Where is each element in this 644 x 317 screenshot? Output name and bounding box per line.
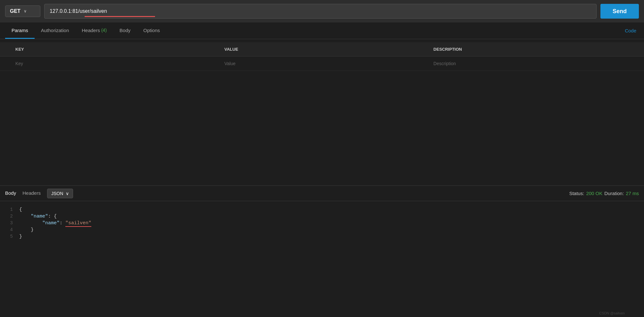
row-checkbox[interactable] <box>0 56 10 71</box>
params-table: KEY VALUE DESCRIPTION Key Value Descript… <box>0 42 644 71</box>
table-row: Key Value Description <box>0 56 644 71</box>
line-number-1: 1 <box>0 207 19 212</box>
url-underline-decoration <box>85 16 155 17</box>
code-line-5: 5 } <box>0 233 644 240</box>
value-col-header: VALUE <box>219 42 428 56</box>
response-tab-headers[interactable]: Headers <box>22 186 41 201</box>
line-content-1: { <box>19 207 22 212</box>
tab-authorization[interactable]: Authorization <box>35 22 76 39</box>
checkbox-col-header <box>0 42 10 56</box>
code-line-3: 3 "name": "sailven" <box>0 220 644 227</box>
status-value: 200 OK <box>586 191 602 196</box>
request-tabs-bar: Params Authorization Headers (4) Body Op… <box>0 22 644 39</box>
value-placeholder[interactable]: Value <box>219 56 428 71</box>
code-line-2: 2 "name": { <box>0 213 644 220</box>
tab-params[interactable]: Params <box>5 22 35 39</box>
line-content-5: } <box>19 234 22 239</box>
method-selector[interactable]: GET ∨ <box>5 5 40 17</box>
send-button[interactable]: Send <box>600 4 639 19</box>
line-number-4: 4 <box>0 227 19 232</box>
code-link[interactable]: Code <box>625 28 639 33</box>
code-line-4: 4 } <box>0 227 644 233</box>
format-selector[interactable]: JSON ∨ <box>47 189 73 198</box>
response-tab-body[interactable]: Body <box>5 186 16 201</box>
request-tabs-left: Params Authorization Headers (4) Body Op… <box>5 22 166 39</box>
code-area[interactable]: 1 { 2 "name": { 3 "name": "sailven" 4 } … <box>0 201 644 317</box>
url-bar: GET ∨ 127.0.0.1:81/user/sailven Send <box>0 0 644 22</box>
chevron-down-icon: ∨ <box>24 9 27 13</box>
tab-body[interactable]: Body <box>113 22 137 39</box>
url-display[interactable]: 127.0.0.1:81/user/sailven <box>44 4 597 19</box>
headers-badge: (4) <box>101 28 107 33</box>
format-label: JSON <box>51 191 63 196</box>
desc-col-header: DESCRIPTION <box>428 42 644 56</box>
watermark: CSDN @sailven <box>599 311 625 315</box>
line-number-5: 5 <box>0 234 19 239</box>
line-content-4: } <box>19 227 34 233</box>
url-wrapper: 127.0.0.1:81/user/sailven <box>44 4 597 19</box>
url-value: 127.0.0.1:81/user/sailven <box>50 8 107 14</box>
response-status: Status: 200 OK Duration: 27 ms <box>569 191 639 196</box>
line-content-3: "name": "sailven" <box>19 220 91 226</box>
method-label: GET <box>10 8 21 14</box>
line-number-3: 3 <box>0 220 19 226</box>
key-placeholder[interactable]: Key <box>10 56 219 71</box>
response-tabs-bar: Body Headers JSON ∨ Status: 200 OK Durat… <box>0 186 644 201</box>
table-header-row: KEY VALUE DESCRIPTION <box>0 42 644 56</box>
tab-options[interactable]: Options <box>137 22 166 39</box>
key-col-header: KEY <box>10 42 219 56</box>
description-placeholder[interactable]: Description <box>428 56 644 71</box>
line-number-2: 2 <box>0 214 19 219</box>
format-chevron-icon: ∨ <box>66 191 69 196</box>
response-tabs-left: Body Headers JSON ∨ <box>5 186 73 201</box>
duration-label: Duration: <box>604 191 624 196</box>
main-content: KEY VALUE DESCRIPTION Key Value Descript… <box>0 39 644 202</box>
duration-value: 27 ms <box>626 191 639 196</box>
line-content-2: "name": { <box>19 214 57 219</box>
code-line-1: 1 { <box>0 206 644 213</box>
status-label: Status: <box>569 191 584 196</box>
tab-headers[interactable]: Headers (4) <box>75 22 113 39</box>
response-area: Body Headers JSON ∨ Status: 200 OK Durat… <box>0 185 644 317</box>
